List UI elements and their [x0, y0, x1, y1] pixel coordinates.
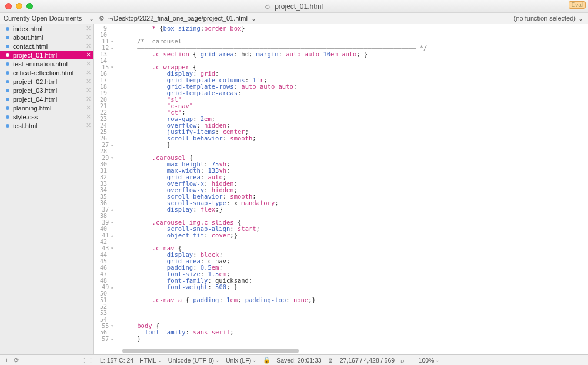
line-number[interactable]: 11▾ [94, 38, 116, 45]
open-file-planning-html[interactable]: planning.html✕ [0, 103, 93, 112]
gear-icon[interactable]: ⚙ [99, 15, 105, 22]
fold-down-icon[interactable]: ▾ [111, 219, 113, 226]
close-window-button[interactable] [5, 3, 12, 9]
code-line[interactable]: font-weight: 500; } [122, 284, 588, 290]
line-number[interactable]: 52 [94, 303, 116, 310]
close-icon[interactable]: ✕ [86, 104, 91, 112]
close-icon[interactable]: ✕ [86, 42, 91, 50]
code-line[interactable] [122, 310, 588, 316]
close-icon[interactable]: ✕ [86, 122, 91, 129]
fold-down-icon[interactable]: ▾ [111, 155, 113, 161]
line-number[interactable]: 9 [94, 25, 116, 32]
minimize-window-button[interactable] [16, 3, 22, 9]
code-editor[interactable]: 91011▾12▴131415▾161718192021222324252627… [94, 24, 588, 354]
line-number[interactable]: 26 [94, 135, 116, 142]
line-number[interactable]: 44 [94, 252, 116, 258]
line-number[interactable]: 55▾ [94, 323, 116, 329]
language-selector[interactable]: HTML ⌄ [139, 357, 162, 364]
code-line[interactable]: object-fit: cover;} [122, 232, 588, 239]
line-number[interactable]: 53 [94, 310, 116, 316]
evaluate-button[interactable]: Eval [569, 1, 586, 9]
code-area[interactable]: * {box-sizing:border-box} /* carousel ––… [116, 24, 588, 354]
fold-up-icon[interactable]: ▴ [111, 336, 113, 342]
line-number[interactable]: 16 [94, 71, 116, 77]
code-line[interactable] [122, 303, 588, 310]
history-icon[interactable]: ⟳ [14, 356, 19, 364]
fold-up-icon[interactable]: ▴ [111, 232, 113, 239]
line-number[interactable]: 40 [94, 226, 116, 232]
line-number[interactable]: 34 [94, 187, 116, 193]
line-number[interactable]: 43▾ [94, 245, 116, 252]
line-number[interactable]: 31 [94, 168, 116, 174]
open-file-project-04-html[interactable]: project_04.html✕ [0, 95, 93, 103]
sidebar-header[interactable]: Currently Open Documents ⌄ [0, 15, 94, 22]
line-number[interactable]: 38 [94, 213, 116, 219]
close-icon[interactable]: ✕ [86, 25, 91, 32]
encoding-selector[interactable]: Unicode (UTF-8) ⌄ [168, 357, 220, 364]
add-icon[interactable]: + [5, 356, 9, 364]
grip-icon[interactable]: ⋮⋮ [81, 357, 94, 364]
code-line[interactable]: "c-nav" [122, 103, 588, 109]
line-number[interactable]: 56 [94, 329, 116, 336]
open-file-critical-reflection-html[interactable]: critical-reflection.html✕ [0, 68, 93, 77]
open-file-style-css[interactable]: style.css✕ [0, 112, 93, 121]
fold-down-icon[interactable]: ▾ [111, 245, 113, 252]
code-line[interactable] [122, 316, 588, 323]
line-number[interactable]: 18 [94, 83, 116, 90]
scrollbar-thumb[interactable] [122, 349, 299, 353]
line-number[interactable]: 32 [94, 174, 116, 180]
function-popup[interactable]: (no function selected) ⌄ [514, 15, 588, 22]
open-file-index-html[interactable]: index.html✕ [0, 24, 93, 33]
open-file-project-01-html[interactable]: project_01.html✕ [0, 51, 93, 59]
line-endings-selector[interactable]: Unix (LF) ⌄ [226, 357, 257, 364]
code-line[interactable] [122, 239, 588, 245]
horizontal-scrollbar[interactable] [116, 347, 588, 354]
code-line[interactable]: .c-nav a { padding: 1em; padding-top: no… [122, 297, 588, 303]
line-number[interactable]: 39▾ [94, 219, 116, 226]
line-number[interactable]: 30 [94, 161, 116, 168]
line-number[interactable]: 35 [94, 193, 116, 200]
code-line[interactable]: display: flex;} [122, 206, 588, 213]
close-icon[interactable]: ✕ [86, 113, 91, 120]
code-line[interactable]: .c-section { grid-area: hd; margin: auto… [122, 51, 588, 58]
line-number[interactable]: 17 [94, 77, 116, 83]
code-line[interactable]: } [122, 336, 588, 342]
code-line[interactable]: grid-template-areas: [122, 90, 588, 96]
line-number[interactable]: 13 [94, 51, 116, 58]
close-icon[interactable]: ✕ [86, 86, 91, 94]
line-number[interactable]: 28 [94, 148, 116, 155]
line-number[interactable]: 12▴ [94, 45, 116, 51]
line-number[interactable]: 50 [94, 290, 116, 297]
line-number[interactable]: 15▾ [94, 64, 116, 71]
line-number[interactable]: 46 [94, 264, 116, 271]
line-number[interactable]: 45 [94, 258, 116, 264]
fold-up-icon[interactable]: ▴ [111, 284, 113, 290]
fold-down-icon[interactable]: ▾ [111, 64, 113, 71]
close-icon[interactable]: ✕ [86, 95, 91, 103]
fold-up-icon[interactable]: ▴ [111, 206, 113, 213]
open-file-project-02-html[interactable]: project_02.html✕ [0, 77, 93, 86]
line-number[interactable]: 22 [94, 109, 116, 116]
line-number[interactable]: 41▴ [94, 232, 116, 239]
line-number[interactable]: 47 [94, 271, 116, 277]
line-number[interactable]: 54 [94, 316, 116, 323]
line-number[interactable]: 49▴ [94, 284, 116, 290]
line-number[interactable]: 57▴ [94, 336, 116, 342]
close-icon[interactable]: ✕ [86, 78, 91, 85]
code-line[interactable]: * {box-sizing:border-box} [122, 25, 588, 32]
line-number[interactable]: 36 [94, 200, 116, 206]
line-number[interactable]: 10 [94, 32, 116, 38]
open-file-about-html[interactable]: about.html✕ [0, 33, 93, 42]
lock-icon[interactable]: 🔒 [263, 356, 270, 364]
zoom-window-button[interactable] [26, 3, 33, 9]
line-number-gutter[interactable]: 91011▾12▴131415▾161718192021222324252627… [94, 24, 116, 354]
close-icon[interactable]: ✕ [86, 60, 91, 68]
line-number[interactable]: 51 [94, 297, 116, 303]
line-number[interactable]: 24 [94, 122, 116, 129]
line-number[interactable]: 20 [94, 96, 116, 103]
search-icon[interactable]: ⌕ [400, 357, 405, 364]
line-number[interactable]: 37▴ [94, 206, 116, 213]
line-number[interactable]: 48 [94, 277, 116, 284]
code-line[interactable]: font-family: sans-serif; [122, 329, 588, 336]
line-number[interactable]: 29▾ [94, 155, 116, 161]
